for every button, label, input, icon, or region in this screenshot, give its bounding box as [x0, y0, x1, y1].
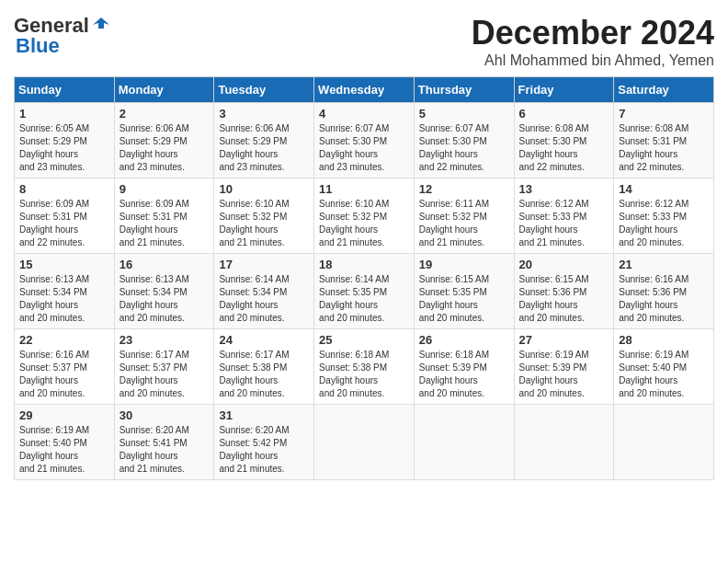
day-number: 30	[119, 408, 210, 422]
day-info: Sunrise: 6:18 AM Sunset: 5:38 PM Dayligh…	[319, 349, 409, 400]
calendar-cell: 24 Sunrise: 6:17 AM Sunset: 5:38 PM Dayl…	[214, 329, 314, 405]
day-info: Sunrise: 6:16 AM Sunset: 5:37 PM Dayligh…	[19, 349, 109, 400]
day-number: 12	[419, 182, 509, 196]
day-info: Sunrise: 6:09 AM Sunset: 5:31 PM Dayligh…	[19, 198, 109, 249]
logo-bird-icon	[91, 16, 111, 36]
day-number: 7	[619, 107, 709, 121]
day-info: Sunrise: 6:20 AM Sunset: 5:41 PM Dayligh…	[119, 424, 210, 476]
day-number: 3	[219, 107, 309, 121]
logo-blue-text: Blue	[14, 34, 60, 58]
calendar-cell: 27 Sunrise: 6:19 AM Sunset: 5:39 PM Dayl…	[514, 329, 614, 405]
day-number: 6	[519, 107, 609, 121]
calendar-cell: 11 Sunrise: 6:10 AM Sunset: 5:32 PM Dayl…	[314, 178, 415, 254]
calendar-cell: 13 Sunrise: 6:12 AM Sunset: 5:33 PM Dayl…	[514, 178, 614, 254]
calendar-cell	[314, 405, 415, 480]
day-info: Sunrise: 6:17 AM Sunset: 5:37 PM Dayligh…	[119, 349, 210, 400]
calendar-week-row: 1 Sunrise: 6:05 AM Sunset: 5:29 PM Dayli…	[15, 103, 714, 178]
page-header: General Blue December 2024 Ahl Mohammed …	[14, 14, 714, 69]
day-number: 23	[119, 333, 210, 347]
title-section: December 2024 Ahl Mohammed bin Ahmed, Ye…	[472, 14, 714, 69]
day-info: Sunrise: 6:18 AM Sunset: 5:39 PM Dayligh…	[419, 349, 509, 400]
day-number: 20	[519, 258, 609, 271]
day-info: Sunrise: 6:07 AM Sunset: 5:30 PM Dayligh…	[419, 122, 509, 174]
day-number: 31	[219, 408, 309, 422]
day-number: 22	[19, 333, 109, 347]
calendar-header-friday: Friday	[514, 77, 614, 103]
calendar-cell: 6 Sunrise: 6:08 AM Sunset: 5:30 PM Dayli…	[514, 103, 614, 178]
day-number: 17	[219, 258, 309, 271]
day-number: 8	[19, 182, 109, 196]
day-info: Sunrise: 6:14 AM Sunset: 5:34 PM Dayligh…	[219, 273, 309, 325]
calendar-cell: 8 Sunrise: 6:09 AM Sunset: 5:31 PM Dayli…	[15, 178, 115, 254]
day-info: Sunrise: 6:12 AM Sunset: 5:33 PM Dayligh…	[619, 198, 709, 249]
day-info: Sunrise: 6:10 AM Sunset: 5:32 PM Dayligh…	[319, 198, 409, 249]
calendar-cell: 2 Sunrise: 6:06 AM Sunset: 5:29 PM Dayli…	[114, 103, 214, 178]
day-number: 21	[619, 258, 709, 271]
day-info: Sunrise: 6:06 AM Sunset: 5:29 PM Dayligh…	[219, 122, 309, 174]
calendar-cell: 21 Sunrise: 6:16 AM Sunset: 5:36 PM Dayl…	[614, 254, 714, 329]
day-number: 10	[219, 182, 309, 196]
day-number: 26	[419, 333, 509, 347]
calendar-cell: 30 Sunrise: 6:20 AM Sunset: 5:41 PM Dayl…	[114, 405, 214, 480]
day-info: Sunrise: 6:09 AM Sunset: 5:31 PM Dayligh…	[119, 198, 210, 249]
day-number: 2	[119, 107, 210, 121]
calendar-cell: 3 Sunrise: 6:06 AM Sunset: 5:29 PM Dayli…	[214, 103, 314, 178]
calendar-cell: 1 Sunrise: 6:05 AM Sunset: 5:29 PM Dayli…	[15, 103, 115, 178]
calendar-cell: 12 Sunrise: 6:11 AM Sunset: 5:32 PM Dayl…	[414, 178, 514, 254]
day-number: 19	[419, 258, 509, 271]
calendar-cell: 23 Sunrise: 6:17 AM Sunset: 5:37 PM Dayl…	[114, 329, 214, 405]
day-number: 13	[519, 182, 609, 196]
calendar-header-saturday: Saturday	[614, 77, 714, 103]
day-info: Sunrise: 6:19 AM Sunset: 5:40 PM Dayligh…	[619, 349, 709, 400]
day-number: 14	[619, 182, 709, 196]
calendar-cell: 14 Sunrise: 6:12 AM Sunset: 5:33 PM Dayl…	[614, 178, 714, 254]
calendar-week-row: 15 Sunrise: 6:13 AM Sunset: 5:34 PM Dayl…	[15, 254, 714, 329]
calendar-cell: 25 Sunrise: 6:18 AM Sunset: 5:38 PM Dayl…	[314, 329, 415, 405]
calendar-header-thursday: Thursday	[414, 77, 514, 103]
calendar-cell	[414, 405, 514, 480]
day-info: Sunrise: 6:13 AM Sunset: 5:34 PM Dayligh…	[19, 273, 109, 325]
day-info: Sunrise: 6:20 AM Sunset: 5:42 PM Dayligh…	[219, 424, 309, 476]
day-number: 29	[19, 408, 109, 422]
calendar-week-row: 8 Sunrise: 6:09 AM Sunset: 5:31 PM Dayli…	[15, 178, 714, 254]
calendar-cell: 20 Sunrise: 6:15 AM Sunset: 5:36 PM Dayl…	[514, 254, 614, 329]
calendar-week-row: 29 Sunrise: 6:19 AM Sunset: 5:40 PM Dayl…	[15, 405, 714, 480]
day-info: Sunrise: 6:11 AM Sunset: 5:32 PM Dayligh…	[419, 198, 509, 249]
calendar-cell: 18 Sunrise: 6:14 AM Sunset: 5:35 PM Dayl…	[314, 254, 415, 329]
day-info: Sunrise: 6:13 AM Sunset: 5:34 PM Dayligh…	[119, 273, 210, 325]
calendar-cell: 17 Sunrise: 6:14 AM Sunset: 5:34 PM Dayl…	[214, 254, 314, 329]
day-number: 24	[219, 333, 309, 347]
calendar-week-row: 22 Sunrise: 6:16 AM Sunset: 5:37 PM Dayl…	[15, 329, 714, 405]
calendar-header-row: SundayMondayTuesdayWednesdayThursdayFrid…	[15, 77, 714, 103]
calendar-cell: 29 Sunrise: 6:19 AM Sunset: 5:40 PM Dayl…	[15, 405, 115, 480]
day-number: 5	[419, 107, 509, 121]
day-info: Sunrise: 6:10 AM Sunset: 5:32 PM Dayligh…	[219, 198, 309, 249]
day-number: 28	[619, 333, 709, 347]
day-number: 18	[319, 258, 409, 271]
calendar-header-tuesday: Tuesday	[214, 77, 314, 103]
calendar-cell	[614, 405, 714, 480]
day-number: 15	[19, 258, 109, 271]
day-info: Sunrise: 6:17 AM Sunset: 5:38 PM Dayligh…	[219, 349, 309, 400]
day-info: Sunrise: 6:12 AM Sunset: 5:33 PM Dayligh…	[519, 198, 609, 249]
day-info: Sunrise: 6:19 AM Sunset: 5:40 PM Dayligh…	[19, 424, 109, 476]
calendar-cell: 7 Sunrise: 6:08 AM Sunset: 5:31 PM Dayli…	[614, 103, 714, 178]
calendar-cell: 15 Sunrise: 6:13 AM Sunset: 5:34 PM Dayl…	[15, 254, 115, 329]
calendar-cell: 26 Sunrise: 6:18 AM Sunset: 5:39 PM Dayl…	[414, 329, 514, 405]
day-number: 11	[319, 182, 409, 196]
day-info: Sunrise: 6:08 AM Sunset: 5:31 PM Dayligh…	[619, 122, 709, 174]
calendar-cell: 28 Sunrise: 6:19 AM Sunset: 5:40 PM Dayl…	[614, 329, 714, 405]
day-number: 9	[119, 182, 210, 196]
calendar-cell	[514, 405, 614, 480]
day-number: 4	[319, 107, 409, 121]
logo: General Blue	[14, 14, 111, 58]
day-info: Sunrise: 6:16 AM Sunset: 5:36 PM Dayligh…	[619, 273, 709, 325]
calendar-cell: 16 Sunrise: 6:13 AM Sunset: 5:34 PM Dayl…	[114, 254, 214, 329]
month-title: December 2024	[472, 14, 714, 52]
day-info: Sunrise: 6:15 AM Sunset: 5:36 PM Dayligh…	[519, 273, 609, 325]
day-info: Sunrise: 6:14 AM Sunset: 5:35 PM Dayligh…	[319, 273, 409, 325]
location-title: Ahl Mohammed bin Ahmed, Yemen	[472, 52, 714, 69]
calendar-cell: 19 Sunrise: 6:15 AM Sunset: 5:35 PM Dayl…	[414, 254, 514, 329]
svg-marker-0	[93, 17, 109, 29]
day-number: 27	[519, 333, 609, 347]
